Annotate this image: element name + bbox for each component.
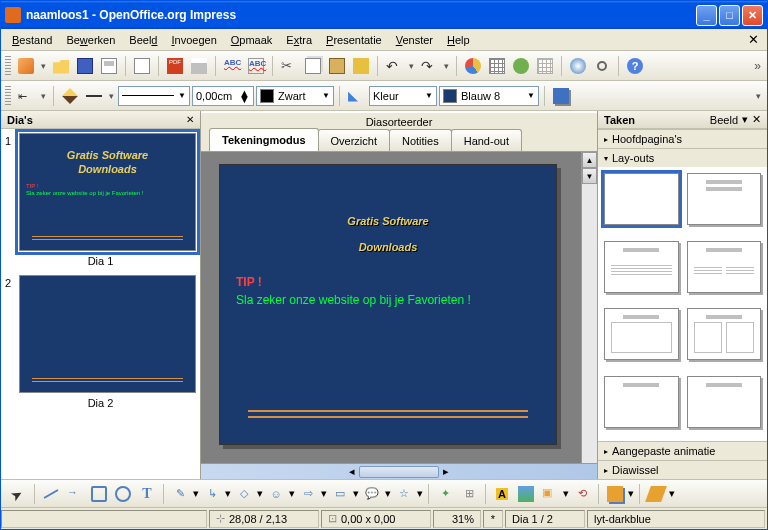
flowchart-tool[interactable]: ▭ xyxy=(329,483,351,505)
chart-button[interactable] xyxy=(462,55,484,77)
layout-blank[interactable] xyxy=(604,173,679,225)
connector-tool[interactable]: ↳ xyxy=(201,483,223,505)
line-style-combo[interactable]: ▼ xyxy=(118,86,190,106)
vertical-scrollbar[interactable]: ▲ ▼ xyxy=(581,152,597,463)
tasks-close[interactable]: ✕ xyxy=(752,113,761,126)
new-button[interactable] xyxy=(15,55,37,77)
tab-drawing[interactable]: Tekeningmodus xyxy=(209,128,319,151)
layout-more-1[interactable] xyxy=(604,376,679,428)
slide-thumbnail[interactable]: Gratis SoftwareDownloads TIP ! Sla zeker… xyxy=(19,133,196,251)
slide-tip[interactable]: TIP ! xyxy=(236,275,556,289)
select-tool[interactable]: ➤ xyxy=(7,483,29,505)
toolbar-overflow[interactable]: » xyxy=(752,59,763,73)
extrusion-button[interactable] xyxy=(645,483,667,505)
arrows-tool[interactable]: ⇨ xyxy=(297,483,319,505)
help-button[interactable]: ? xyxy=(624,55,646,77)
new-dropdown[interactable]: ▾ xyxy=(39,61,48,71)
arrow-tool[interactable]: → xyxy=(64,483,86,505)
arrange-button[interactable] xyxy=(604,483,626,505)
line-width-combo[interactable]: 0,00cm▲▼ xyxy=(192,86,254,106)
rotate-button[interactable]: ⟲ xyxy=(571,483,593,505)
autospell-button[interactable]: ABC xyxy=(245,55,267,77)
fill-mode-combo[interactable]: Kleur▼ xyxy=(369,86,437,106)
slides-list[interactable]: 1 Gratis SoftwareDownloads TIP ! Sla zek… xyxy=(1,129,200,479)
close-button[interactable]: ✕ xyxy=(742,5,763,26)
menu-format[interactable]: Opmaak xyxy=(224,32,280,48)
table-button[interactable] xyxy=(486,55,508,77)
slide-canvas-area[interactable]: Gratis SoftwareDownloads TIP ! Sla zeker… xyxy=(201,152,581,463)
slide-thumbnail[interactable] xyxy=(19,275,196,393)
slide-body[interactable]: Sla zeker onze website op bij je Favorie… xyxy=(236,293,556,307)
tab-handout[interactable]: Hand-out xyxy=(451,129,522,151)
slide-item-2[interactable]: 2 Dia 2 xyxy=(5,275,196,409)
format-paint-button[interactable] xyxy=(350,55,372,77)
save-button[interactable] xyxy=(74,55,96,77)
line-end-button[interactable] xyxy=(83,85,105,107)
redo-dropdown[interactable]: ▾ xyxy=(442,61,451,71)
shapes-tool[interactable]: ◇ xyxy=(233,483,255,505)
print-button[interactable] xyxy=(188,55,210,77)
star-tool[interactable]: ☆ xyxy=(393,483,415,505)
menu-extra[interactable]: Extra xyxy=(279,32,319,48)
section-transition[interactable]: Diawissel xyxy=(598,460,767,479)
menu-view[interactable]: Beeld xyxy=(122,32,164,48)
rect-tool[interactable] xyxy=(88,483,110,505)
grid-button[interactable] xyxy=(534,55,556,77)
from-file-button[interactable] xyxy=(515,483,537,505)
maximize-button[interactable]: □ xyxy=(719,5,740,26)
section-layouts[interactable]: Lay-outs xyxy=(598,148,767,167)
slide-title[interactable]: Gratis SoftwareDownloads xyxy=(220,205,556,257)
open-button[interactable] xyxy=(50,55,72,77)
menu-edit[interactable]: Bewerken xyxy=(59,32,122,48)
fontwork-button[interactable]: A xyxy=(491,483,513,505)
curve-tool[interactable]: ✎ xyxy=(169,483,191,505)
points-tool[interactable]: ✦ xyxy=(434,483,456,505)
line-end-dropdown[interactable]: ▾ xyxy=(107,91,116,101)
fill-style-button[interactable]: ◣ xyxy=(345,85,367,107)
tab-overview[interactable]: Overzicht xyxy=(318,129,390,151)
status-zoom[interactable]: 31% xyxy=(433,510,481,528)
paste-button[interactable] xyxy=(326,55,348,77)
navigator-button[interactable] xyxy=(567,55,589,77)
layout-title-obj[interactable] xyxy=(604,308,679,360)
email-button[interactable] xyxy=(98,55,120,77)
line-style-icon[interactable] xyxy=(59,85,81,107)
tasks-view-label[interactable]: Beeld xyxy=(710,114,738,126)
undo-dropdown[interactable]: ▾ xyxy=(407,61,416,71)
smiley-tool[interactable]: ☺ xyxy=(265,483,287,505)
layout-more-2[interactable] xyxy=(687,376,762,428)
ellipse-tool[interactable] xyxy=(112,483,134,505)
export-pdf-button[interactable]: PDF xyxy=(164,55,186,77)
tab-notes[interactable]: Notities xyxy=(389,129,452,151)
layout-two-content[interactable] xyxy=(687,241,762,293)
line-tool[interactable] xyxy=(40,483,62,505)
scroll-down-button[interactable]: ▼ xyxy=(582,168,597,184)
undo-button[interactable]: ↶ xyxy=(383,55,405,77)
layout-title[interactable] xyxy=(687,173,762,225)
scroll-up-button[interactable]: ▲ xyxy=(582,152,597,168)
line-color-combo[interactable]: Zwart▼ xyxy=(256,86,334,106)
cut-button[interactable]: ✂ xyxy=(278,55,300,77)
text-tool[interactable]: T xyxy=(136,483,158,505)
menu-window[interactable]: Venster xyxy=(389,32,440,48)
slide-canvas[interactable]: Gratis SoftwareDownloads TIP ! Sla zeker… xyxy=(219,164,557,445)
section-master-pages[interactable]: Hoofdpagina's xyxy=(598,129,767,148)
glue-tool[interactable]: ⊞ xyxy=(458,483,480,505)
toolbar-overflow[interactable]: ▾ xyxy=(754,91,763,101)
copy-button[interactable] xyxy=(302,55,324,77)
shadow-button[interactable] xyxy=(550,85,572,107)
arrow-style-button[interactable]: ⇤ xyxy=(15,85,37,107)
slide-item-1[interactable]: 1 Gratis SoftwareDownloads TIP ! Sla zek… xyxy=(5,133,196,267)
layout-title-two-obj[interactable] xyxy=(687,308,762,360)
callout-tool[interactable]: 💬 xyxy=(361,483,383,505)
minimize-button[interactable]: _ xyxy=(696,5,717,26)
menu-help[interactable]: Help xyxy=(440,32,477,48)
section-animation[interactable]: Aangepaste animatie xyxy=(598,441,767,460)
toolbar-grip[interactable] xyxy=(5,86,11,106)
horizontal-scrollbar[interactable]: ◂▸ xyxy=(201,463,597,479)
hyperlink-button[interactable] xyxy=(510,55,532,77)
edit-doc-button[interactable] xyxy=(131,55,153,77)
tasks-view-dropdown[interactable]: ▾ xyxy=(742,113,748,126)
spellcheck-button[interactable]: ABC xyxy=(221,55,243,77)
toolbar-overflow[interactable]: ▾ xyxy=(669,487,675,500)
